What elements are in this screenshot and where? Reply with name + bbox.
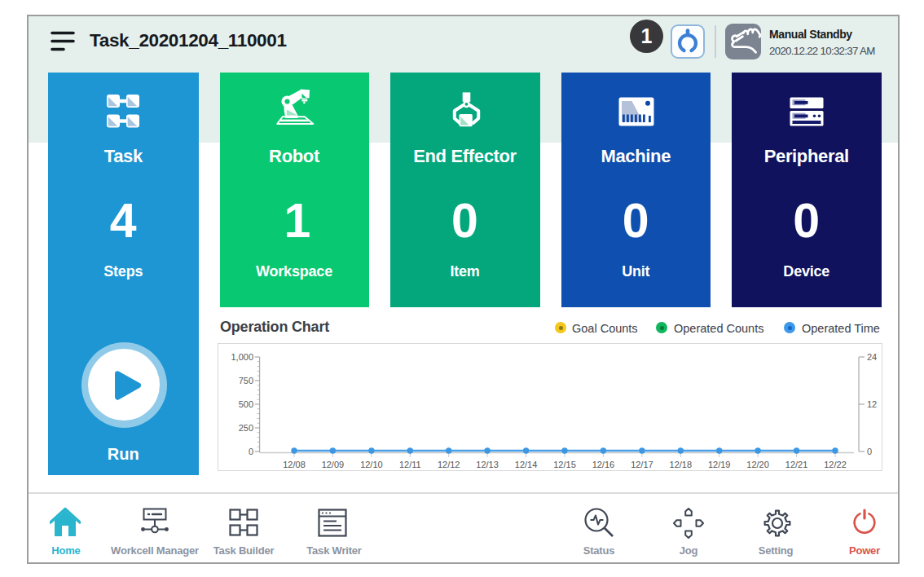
svg-text:12/11: 12/11 — [399, 460, 421, 469]
svg-text:24: 24 — [867, 352, 877, 362]
svg-text:12/08: 12/08 — [283, 460, 306, 469]
svg-text:0: 0 — [867, 447, 872, 456]
svg-text:12/22: 12/22 — [824, 460, 847, 469]
svg-text:250: 250 — [239, 423, 253, 433]
svg-text:12/09: 12/09 — [322, 460, 345, 469]
svg-text:12/15: 12/15 — [553, 460, 576, 469]
svg-text:0: 0 — [249, 447, 253, 456]
svg-text:12/10: 12/10 — [360, 460, 383, 469]
svg-text:1,000: 1,000 — [231, 352, 253, 362]
svg-text:12/17: 12/17 — [631, 460, 653, 469]
svg-text:12/13: 12/13 — [476, 460, 499, 469]
svg-text:12/12: 12/12 — [438, 460, 460, 469]
svg-text:12: 12 — [867, 399, 877, 409]
svg-text:500: 500 — [239, 399, 253, 409]
svg-text:12/20: 12/20 — [746, 460, 769, 469]
svg-text:12/16: 12/16 — [592, 460, 615, 469]
svg-text:12/21: 12/21 — [785, 460, 808, 469]
svg-text:750: 750 — [239, 376, 253, 385]
svg-text:12/14: 12/14 — [515, 460, 538, 469]
svg-text:12/18: 12/18 — [670, 460, 693, 469]
svg-text:12/19: 12/19 — [708, 460, 731, 469]
